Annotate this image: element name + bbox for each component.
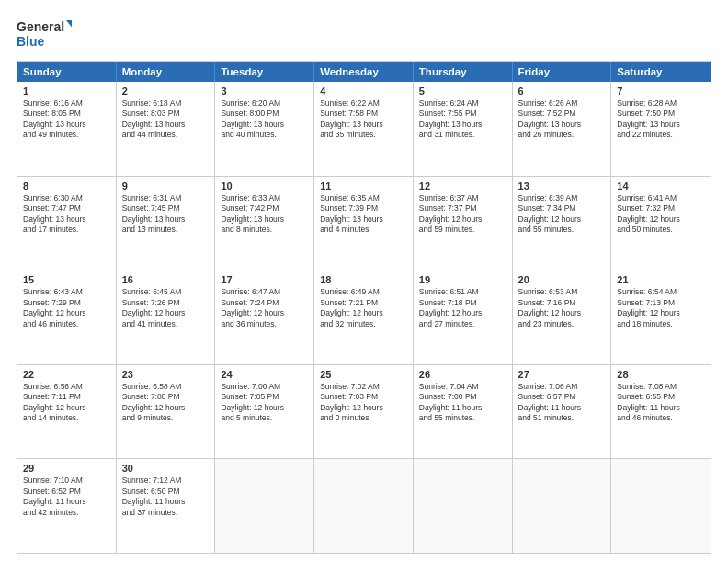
day-cell-29: 29Sunrise: 7:10 AM Sunset: 6:52 PM Dayli…	[17, 459, 117, 553]
svg-marker-2	[66, 20, 72, 29]
day-info: Sunrise: 6:47 AM Sunset: 7:24 PM Dayligh…	[221, 287, 308, 329]
day-cell-24: 24Sunrise: 7:00 AM Sunset: 7:05 PM Dayli…	[215, 365, 314, 459]
day-cell-9: 9Sunrise: 6:31 AM Sunset: 7:45 PM Daylig…	[117, 177, 216, 270]
day-number: 26	[419, 369, 506, 380]
day-number: 23	[122, 369, 210, 380]
day-info: Sunrise: 7:00 AM Sunset: 7:05 PM Dayligh…	[221, 382, 308, 424]
day-info: Sunrise: 7:10 AM Sunset: 6:52 PM Dayligh…	[23, 476, 110, 518]
day-cell-1: 1Sunrise: 6:16 AM Sunset: 8:05 PM Daylig…	[17, 82, 117, 176]
day-info: Sunrise: 6:37 AM Sunset: 7:37 PM Dayligh…	[419, 193, 506, 236]
day-info: Sunrise: 6:20 AM Sunset: 8:00 PM Dayligh…	[221, 98, 308, 141]
day-cell-3: 3Sunrise: 6:20 AM Sunset: 8:00 PM Daylig…	[215, 82, 314, 176]
header-day-tuesday: Tuesday	[215, 62, 314, 82]
day-info: Sunrise: 6:51 AM Sunset: 7:18 PM Dayligh…	[419, 287, 506, 329]
svg-text:Blue: Blue	[17, 34, 45, 49]
day-cell-11: 11Sunrise: 6:35 AM Sunset: 7:39 PM Dayli…	[314, 177, 414, 270]
day-info: Sunrise: 6:22 AM Sunset: 7:58 PM Dayligh…	[320, 98, 407, 141]
day-number: 3	[221, 86, 308, 97]
day-info: Sunrise: 6:24 AM Sunset: 7:55 PM Dayligh…	[419, 98, 506, 141]
day-cell-18: 18Sunrise: 6:49 AM Sunset: 7:21 PM Dayli…	[314, 270, 414, 364]
day-cell-19: 19Sunrise: 6:51 AM Sunset: 7:18 PM Dayli…	[414, 270, 513, 364]
calendar-body: 1Sunrise: 6:16 AM Sunset: 8:05 PM Daylig…	[17, 82, 711, 553]
calendar-row-2: 15Sunrise: 6:43 AM Sunset: 7:29 PM Dayli…	[17, 270, 711, 364]
day-cell-16: 16Sunrise: 6:45 AM Sunset: 7:26 PM Dayli…	[117, 270, 216, 364]
day-cell-26: 26Sunrise: 7:04 AM Sunset: 7:00 PM Dayli…	[414, 365, 513, 459]
header-day-friday: Friday	[513, 62, 612, 82]
day-number: 8	[23, 180, 110, 191]
empty-cell-4-2	[215, 459, 314, 553]
day-info: Sunrise: 6:26 AM Sunset: 7:52 PM Dayligh…	[518, 98, 606, 141]
day-cell-21: 21Sunrise: 6:54 AM Sunset: 7:13 PM Dayli…	[611, 270, 711, 364]
day-info: Sunrise: 6:16 AM Sunset: 8:05 PM Dayligh…	[23, 98, 110, 141]
header-day-saturday: Saturday	[611, 62, 711, 82]
header-day-wednesday: Wednesday	[314, 62, 414, 82]
day-cell-14: 14Sunrise: 6:41 AM Sunset: 7:32 PM Dayli…	[611, 177, 711, 270]
day-cell-27: 27Sunrise: 7:06 AM Sunset: 6:57 PM Dayli…	[513, 365, 612, 459]
calendar-header: SundayMondayTuesdayWednesdayThursdayFrid…	[17, 62, 711, 82]
day-cell-4: 4Sunrise: 6:22 AM Sunset: 7:58 PM Daylig…	[314, 82, 414, 176]
day-info: Sunrise: 7:06 AM Sunset: 6:57 PM Dayligh…	[518, 382, 606, 424]
day-info: Sunrise: 6:49 AM Sunset: 7:21 PM Dayligh…	[320, 287, 407, 329]
day-info: Sunrise: 6:43 AM Sunset: 7:29 PM Dayligh…	[23, 287, 110, 329]
day-info: Sunrise: 6:33 AM Sunset: 7:42 PM Dayligh…	[221, 193, 308, 236]
day-info: Sunrise: 7:02 AM Sunset: 7:03 PM Dayligh…	[320, 382, 407, 424]
day-info: Sunrise: 7:08 AM Sunset: 6:55 PM Dayligh…	[617, 382, 705, 424]
header-day-monday: Monday	[117, 62, 216, 82]
empty-cell-4-3	[314, 459, 414, 553]
day-info: Sunrise: 6:18 AM Sunset: 8:03 PM Dayligh…	[122, 98, 210, 141]
day-number: 20	[518, 274, 606, 285]
empty-cell-4-6	[611, 459, 711, 553]
empty-cell-4-4	[414, 459, 513, 553]
day-number: 19	[419, 274, 506, 285]
calendar-row-0: 1Sunrise: 6:16 AM Sunset: 8:05 PM Daylig…	[17, 82, 711, 176]
day-number: 7	[617, 86, 705, 97]
day-number: 14	[617, 180, 705, 191]
day-cell-25: 25Sunrise: 7:02 AM Sunset: 7:03 PM Dayli…	[314, 365, 414, 459]
day-number: 4	[320, 86, 407, 97]
day-cell-15: 15Sunrise: 6:43 AM Sunset: 7:29 PM Dayli…	[17, 270, 117, 364]
day-info: Sunrise: 6:58 AM Sunset: 7:08 PM Dayligh…	[122, 382, 210, 424]
day-number: 6	[518, 86, 606, 97]
day-cell-10: 10Sunrise: 6:33 AM Sunset: 7:42 PM Dayli…	[215, 177, 314, 270]
day-cell-8: 8Sunrise: 6:30 AM Sunset: 7:47 PM Daylig…	[17, 177, 117, 270]
day-number: 22	[23, 369, 110, 380]
day-info: Sunrise: 7:12 AM Sunset: 6:50 PM Dayligh…	[122, 476, 210, 518]
logo-svg: General Blue	[17, 17, 72, 52]
day-cell-13: 13Sunrise: 6:39 AM Sunset: 7:34 PM Dayli…	[513, 177, 612, 270]
calendar-row-1: 8Sunrise: 6:30 AM Sunset: 7:47 PM Daylig…	[17, 176, 711, 270]
day-number: 12	[419, 180, 506, 191]
day-number: 11	[320, 180, 407, 191]
calendar: SundayMondayTuesdayWednesdayThursdayFrid…	[17, 61, 711, 554]
day-info: Sunrise: 6:28 AM Sunset: 7:50 PM Dayligh…	[617, 98, 705, 141]
day-cell-17: 17Sunrise: 6:47 AM Sunset: 7:24 PM Dayli…	[215, 270, 314, 364]
svg-text:General: General	[17, 19, 64, 34]
day-number: 15	[23, 274, 110, 285]
day-info: Sunrise: 6:53 AM Sunset: 7:16 PM Dayligh…	[518, 287, 606, 329]
day-number: 30	[122, 463, 210, 474]
day-info: Sunrise: 6:39 AM Sunset: 7:34 PM Dayligh…	[518, 193, 606, 236]
empty-cell-4-5	[513, 459, 612, 553]
day-info: Sunrise: 6:45 AM Sunset: 7:26 PM Dayligh…	[122, 287, 210, 329]
day-cell-2: 2Sunrise: 6:18 AM Sunset: 8:03 PM Daylig…	[117, 82, 216, 176]
day-cell-23: 23Sunrise: 6:58 AM Sunset: 7:08 PM Dayli…	[117, 365, 216, 459]
day-number: 1	[23, 86, 110, 97]
day-number: 18	[320, 274, 407, 285]
header-day-thursday: Thursday	[414, 62, 513, 82]
header-day-sunday: Sunday	[17, 62, 117, 82]
day-cell-6: 6Sunrise: 6:26 AM Sunset: 7:52 PM Daylig…	[513, 82, 612, 176]
calendar-row-3: 22Sunrise: 6:56 AM Sunset: 7:11 PM Dayli…	[17, 364, 711, 459]
logo: General Blue	[17, 17, 72, 52]
day-number: 13	[518, 180, 606, 191]
day-number: 2	[122, 86, 210, 97]
day-number: 5	[419, 86, 506, 97]
day-number: 10	[221, 180, 308, 191]
day-number: 29	[23, 463, 110, 474]
day-number: 17	[221, 274, 308, 285]
calendar-row-4: 29Sunrise: 7:10 AM Sunset: 6:52 PM Dayli…	[17, 458, 711, 553]
day-number: 21	[617, 274, 705, 285]
day-number: 27	[518, 369, 606, 380]
day-number: 25	[320, 369, 407, 380]
day-cell-5: 5Sunrise: 6:24 AM Sunset: 7:55 PM Daylig…	[414, 82, 513, 176]
day-info: Sunrise: 6:30 AM Sunset: 7:47 PM Dayligh…	[23, 193, 110, 236]
day-number: 24	[221, 369, 308, 380]
